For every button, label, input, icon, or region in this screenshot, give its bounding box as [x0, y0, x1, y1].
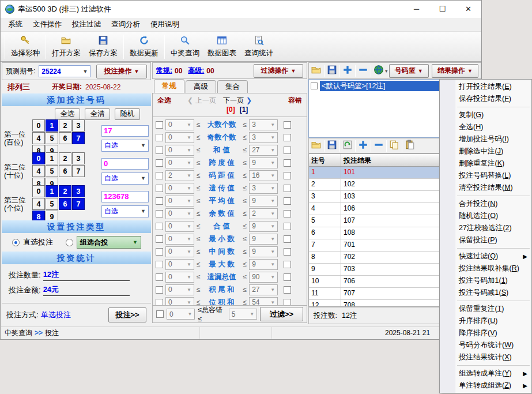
pos2-digit-button-1[interactable]: 1 [46, 152, 58, 164]
group-bet-select[interactable]: 组选合投▼ [77, 236, 141, 249]
filter-enable-checkbox[interactable] [156, 273, 163, 281]
tab-高级[interactable]: 高级 [186, 80, 216, 93]
pos2-value-input[interactable] [101, 158, 149, 170]
pos1-digit-button-7[interactable]: 7 [72, 132, 85, 144]
toolbar-button-中奖查询[interactable]: 中奖查询 [167, 33, 203, 60]
pos1-digit-button-0[interactable]: 0 [32, 119, 45, 132]
filter-min-select[interactable]: 0▼ [165, 145, 194, 156]
filter-min-select[interactable]: 0▼ [165, 183, 194, 194]
menu-item-3[interactable]: 投注过滤 [67, 18, 106, 31]
pos1-digit-button-4[interactable]: 4 [32, 132, 45, 144]
pos1-value-input[interactable] [101, 125, 149, 137]
pos2-digit-button-4[interactable]: 4 [32, 165, 45, 177]
total-min-select[interactable]: 0▼ [167, 309, 195, 320]
filter-max-select[interactable]: 27▼ [249, 145, 278, 156]
plus-icon[interactable] [358, 140, 368, 152]
basket-button[interactable]: 号码篮▼ [389, 64, 429, 78]
bet-submit-button[interactable]: 投注>> [108, 307, 146, 322]
filter-enable-checkbox[interactable] [156, 197, 163, 205]
filter-max-select[interactable]: 9▼ [249, 259, 278, 270]
filter-max-select[interactable]: 9▼ [249, 157, 278, 168]
filter-tolerance-checkbox[interactable] [284, 223, 291, 230]
filter-min-select[interactable]: 0▼ [165, 272, 194, 283]
filter-tolerance-checkbox[interactable] [284, 185, 291, 192]
context-menu-item[interactable]: 投注号码替换(L) [440, 170, 531, 182]
chevron-down-icon[interactable]: ▾ [385, 68, 388, 74]
paste-icon[interactable] [405, 140, 415, 152]
filter-min-select[interactable]: 0▼ [165, 196, 194, 207]
toolbar-button-查询统计[interactable]: 查询统计 [240, 33, 277, 60]
filter-max-select[interactable]: 16▼ [249, 170, 278, 181]
page-link-0[interactable]: [0] [227, 106, 235, 115]
filter-tolerance-checkbox[interactable] [284, 172, 291, 179]
filter-enable-checkbox[interactable] [156, 261, 163, 268]
pos1-digit-button-2[interactable]: 2 [59, 119, 71, 132]
select-all-button[interactable]: 全选 [55, 108, 80, 120]
context-menu-item[interactable]: 降序排序(V) [440, 327, 531, 339]
filter-tolerance-checkbox[interactable] [284, 134, 291, 141]
filter-tolerance-checkbox[interactable] [284, 248, 291, 256]
toolbar-button-数据图表[interactable]: 数据图表 [203, 33, 240, 60]
tab-集合[interactable]: 集合 [217, 80, 248, 93]
pos3-digit-button-6[interactable]: 6 [59, 198, 71, 210]
context-menu-item[interactable]: 保留重复注(T) [440, 303, 531, 315]
filter-min-select[interactable]: 0▼ [165, 297, 194, 306]
filter-select-all-link[interactable]: 全选 [157, 96, 171, 106]
filter-min-select[interactable]: 0▼ [165, 284, 194, 295]
toolbar-button-数据更新[interactable]: 数据更新 [126, 33, 163, 60]
pos3-digit-button-1[interactable]: 1 [46, 185, 58, 197]
pos3-mode-select[interactable]: 自选▼ [101, 205, 149, 217]
filter-enable-checkbox[interactable] [156, 248, 163, 256]
context-menu-item[interactable]: 号码分布统计(W) [440, 339, 531, 351]
filter-max-select[interactable]: 54▼ [249, 297, 278, 306]
period-select[interactable]: 25224▼ [39, 65, 90, 77]
minimize-button[interactable]: ─ [403, 1, 429, 18]
filter-min-select[interactable]: 0▼ [165, 234, 194, 245]
pos3-value-input[interactable] [101, 191, 149, 202]
minus-icon[interactable] [358, 65, 368, 77]
filter-min-select[interactable]: 0▼ [165, 246, 194, 257]
filter-tolerance-checkbox[interactable] [284, 286, 291, 294]
filter-min-select[interactable]: 0▼ [165, 157, 194, 168]
filter-enable-checkbox[interactable] [156, 235, 163, 243]
filter-enable-checkbox[interactable] [156, 172, 163, 179]
bet-operations-button[interactable]: 投注操作▼ [96, 65, 147, 78]
pos1-digit-button-5[interactable]: 5 [46, 132, 58, 144]
filter-enable-checkbox[interactable] [156, 134, 163, 141]
filter-max-select[interactable]: 3▼ [249, 183, 278, 194]
context-menu-item[interactable]: 升序排序(U) [440, 315, 531, 327]
toolbar-button-打开方案[interactable]: 打开方案 [48, 33, 85, 60]
next-page-link[interactable]: 下一页 [223, 96, 244, 106]
filter-tolerance-checkbox[interactable] [284, 299, 291, 306]
filter-operations-button[interactable]: 过滤操作▼ [254, 64, 303, 78]
context-menu-item[interactable]: 27注校验选注(2) [440, 222, 531, 234]
pos2-digit-button-7[interactable]: 7 [72, 165, 85, 177]
filter-tolerance-checkbox[interactable] [284, 159, 291, 167]
menu-item-5[interactable]: 使用说明 [145, 18, 184, 31]
pos2-digit-button-3[interactable]: 3 [72, 152, 85, 164]
pos3-digit-button-0[interactable]: 0 [32, 185, 45, 197]
plus-icon[interactable] [342, 65, 353, 77]
regular-count-link[interactable]: 常规: [156, 66, 172, 76]
filter-min-select[interactable]: 0▼ [165, 132, 194, 143]
pos3-digit-button-2[interactable]: 2 [59, 185, 71, 197]
globe-icon[interactable] [373, 65, 384, 77]
filter-max-select[interactable]: 3▼ [249, 132, 278, 143]
filter-tolerance-checkbox[interactable] [284, 197, 291, 205]
context-menu-item[interactable]: 快速过滤(Q)▶ [440, 250, 531, 262]
save-icon[interactable] [327, 65, 337, 77]
result-operations-button[interactable]: 结果操作▼ [432, 64, 478, 78]
copy-icon[interactable] [389, 140, 399, 152]
filter-max-select[interactable]: 3▼ [249, 119, 278, 130]
context-menu-item[interactable]: 投注号码加1(1) [440, 275, 531, 287]
advanced-count-link[interactable]: 高级: [188, 66, 204, 76]
context-menu-item[interactable]: 投注结果取补集(R) [440, 262, 531, 275]
context-menu-item[interactable]: 复制(G) [440, 109, 531, 121]
filter-min-select[interactable]: 0▼ [165, 119, 194, 130]
next-page-icon[interactable]: ❯ [246, 96, 252, 104]
filter-enable-checkbox[interactable] [156, 147, 163, 154]
save-icon[interactable] [327, 140, 337, 152]
maximize-button[interactable]: ☐ [429, 1, 455, 18]
filter-enable-checkbox[interactable] [156, 159, 163, 167]
context-menu-item[interactable]: 全选(H) [440, 121, 531, 133]
